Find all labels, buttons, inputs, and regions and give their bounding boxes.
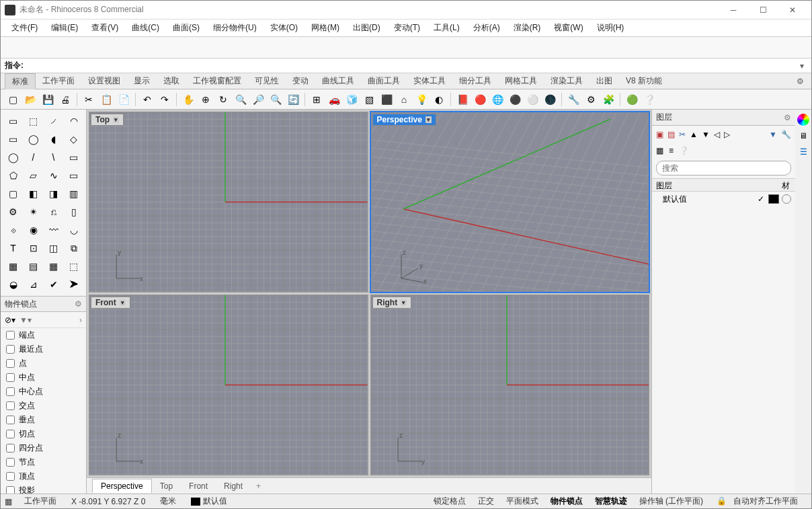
toolbar-button[interactable]: ▢ — [5, 91, 21, 108]
osnap-checkbox[interactable] — [6, 472, 15, 481]
viewport-label-top[interactable]: Top▾ — [91, 114, 124, 126]
osnap-checkbox[interactable] — [6, 486, 15, 494]
viewport-front[interactable]: Front▾ z x — [89, 295, 368, 475]
tool-button[interactable]: ◧ — [24, 185, 43, 202]
menu-item[interactable]: 渲染(R) — [507, 20, 548, 36]
toolbar-button[interactable]: 📄 — [116, 91, 132, 108]
tool-button[interactable]: ⟐ — [3, 221, 23, 239]
maximize-button[interactable]: ☐ — [748, 1, 778, 19]
status-toggle[interactable]: 锁定格点 — [431, 496, 469, 506]
toolbar-button[interactable]: 📋 — [98, 91, 114, 108]
osnap-item[interactable]: 四分点 — [1, 441, 86, 455]
tool-tab[interactable]: 工作视窗配置 — [186, 73, 248, 89]
viewport-label-perspective[interactable]: Perspective▾ — [372, 114, 436, 126]
viewport-perspective[interactable]: Perspective▾ z y x — [370, 112, 650, 292]
tool-button[interactable]: ◉ — [24, 221, 43, 239]
list-view-icon[interactable]: ≡ — [669, 146, 674, 155]
osnap-item[interactable]: 端点 — [1, 328, 86, 342]
osnap-checkbox[interactable] — [6, 458, 15, 467]
tool-tab[interactable]: 变动 — [286, 73, 315, 89]
tool-button[interactable]: ∿ — [44, 167, 63, 184]
chevron-down-icon[interactable]: ▾ — [401, 299, 407, 306]
status-grid-icon[interactable]: ▦ — [5, 497, 12, 506]
gear-icon[interactable]: ⚙ — [784, 113, 791, 122]
toolbar-button[interactable]: ↶ — [139, 91, 155, 108]
chevron-down-icon[interactable]: ▾ — [113, 116, 119, 123]
status-toggle[interactable]: 自动对齐工作平面 — [731, 496, 801, 506]
view-tab[interactable]: Right — [216, 479, 251, 493]
new-sublayer-icon[interactable]: ▤ — [667, 130, 675, 139]
view-tab[interactable]: Top — [152, 479, 181, 493]
tool-button[interactable]: ▢ — [3, 185, 23, 202]
tool-button[interactable]: / — [24, 149, 43, 166]
menu-item[interactable]: 说明(H) — [590, 20, 631, 36]
osnap-ortho-icon[interactable]: ⊘▾ — [5, 315, 15, 325]
toolbar-button[interactable]: 🔎 — [250, 91, 266, 108]
toolbar-button[interactable]: 🌐 — [489, 91, 505, 108]
toolbar-button[interactable]: ⚫ — [507, 91, 523, 108]
toolbar-button[interactable]: ⊞ — [309, 91, 325, 108]
tool-tab[interactable]: 网格工具 — [498, 73, 544, 89]
add-view-tab[interactable]: + — [251, 479, 266, 493]
menu-item[interactable]: 编辑(E) — [44, 20, 85, 36]
toolbar-button[interactable]: 🔧 — [565, 91, 581, 108]
tool-tab[interactable]: 曲线工具 — [315, 73, 361, 89]
toolbar-button[interactable]: ↷ — [157, 91, 173, 108]
osnap-item[interactable]: 点 — [1, 356, 86, 370]
menu-item[interactable]: 网格(M) — [304, 20, 346, 36]
toolbar-button[interactable]: ⚪ — [524, 91, 540, 108]
toolbar-button[interactable]: 🔍 — [268, 91, 284, 108]
tool-button[interactable]: ⮞ — [64, 276, 83, 293]
minimize-button[interactable]: ─ — [719, 1, 748, 19]
menu-item[interactable]: 工具(L) — [427, 20, 466, 36]
view-tab[interactable]: Front — [181, 479, 216, 493]
layer-up-icon[interactable]: ▲ — [690, 130, 698, 139]
lock-icon[interactable]: 🔒 — [717, 496, 727, 506]
grid-view-icon[interactable]: ▦ — [656, 146, 663, 155]
tool-button[interactable]: ⚙ — [3, 203, 23, 221]
status-toggle[interactable]: 操作轴 (工作平面) — [637, 496, 706, 506]
menu-item[interactable]: 曲面(S) — [166, 20, 206, 36]
menu-item[interactable]: 查看(V) — [85, 20, 125, 36]
layer-left-icon[interactable]: ◁ — [714, 130, 720, 139]
tool-button[interactable]: ✴ — [24, 203, 43, 221]
toolbar-button[interactable]: 📂 — [22, 91, 38, 108]
tool-tab[interactable]: 设置视图 — [81, 73, 127, 89]
tool-tab[interactable]: 渲染工具 — [544, 73, 590, 89]
tool-tab[interactable]: 选取 — [157, 73, 186, 89]
status-toggle[interactable]: 正交 — [475, 496, 497, 506]
tool-button[interactable]: ◯ — [24, 130, 43, 148]
status-toggle[interactable]: 物件锁点 — [548, 496, 585, 506]
viewport-label-front[interactable]: Front▾ — [91, 297, 130, 309]
osnap-item[interactable]: 交点 — [1, 399, 86, 413]
menu-item[interactable]: 变动(T) — [387, 20, 427, 36]
toolbar-button[interactable]: ✂ — [81, 91, 97, 108]
tool-button[interactable]: ▦ — [3, 258, 23, 275]
osnap-filter-icon[interactable]: ▼▾ — [19, 315, 32, 325]
tool-button[interactable]: ⬚ — [24, 112, 43, 130]
tool-tab[interactable]: 工作平面 — [36, 73, 81, 89]
tool-tab[interactable]: V8 新功能 — [619, 73, 669, 89]
toolbar-button[interactable]: ⚙ — [583, 91, 599, 108]
osnap-checkbox[interactable] — [6, 444, 15, 453]
tool-button[interactable]: ✔ — [44, 276, 63, 293]
tool-button[interactable]: ▭ — [64, 167, 83, 184]
osnap-checkbox[interactable] — [6, 416, 15, 424]
tool-button[interactable]: ◒ — [3, 276, 23, 293]
tool-button[interactable]: ◖ — [44, 130, 63, 148]
osnap-item[interactable]: 垂点 — [1, 413, 86, 427]
toolbar-button[interactable]: 💡 — [413, 91, 430, 108]
menu-item[interactable]: 细分物件(U) — [206, 20, 263, 36]
layers-search-input[interactable] — [656, 161, 791, 175]
status-layer[interactable]: 默认值 — [188, 496, 230, 507]
tool-button[interactable]: ◡ — [64, 221, 83, 239]
toolbar-button[interactable]: 🔍 — [233, 91, 249, 108]
toolbar-button[interactable]: ✋ — [180, 91, 196, 108]
layer-row[interactable]: 默认值 ✓ — [652, 192, 795, 206]
tool-button[interactable]: ◠ — [64, 112, 83, 130]
tool-button[interactable]: ⎌ — [44, 203, 63, 221]
toolbar-button[interactable]: ⬛ — [378, 91, 395, 108]
chevron-right-icon[interactable]: › — [79, 315, 82, 325]
toolbar-button[interactable]: 🔴 — [472, 91, 488, 108]
toolbar-button[interactable]: ⊕ — [198, 91, 214, 108]
